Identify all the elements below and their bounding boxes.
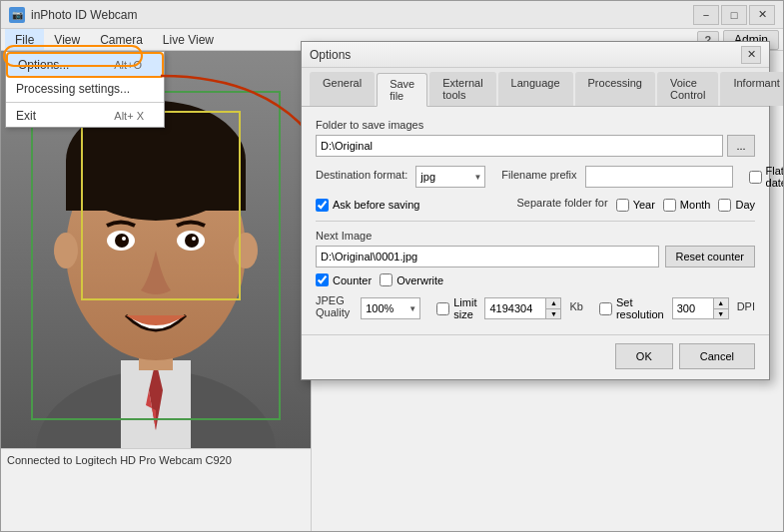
- jpeg-quality-label: JPEG Quality: [316, 294, 353, 318]
- destination-format-wrapper: jpg png bmp tiff: [415, 166, 485, 188]
- reset-counter-button[interactable]: Reset counter: [665, 246, 755, 267]
- ok-button[interactable]: OK: [615, 343, 673, 369]
- ask-before-saving-checkbox[interactable]: [316, 199, 329, 212]
- dpi-spin-down[interactable]: ▼: [714, 309, 728, 319]
- maximize-button[interactable]: □: [721, 5, 747, 25]
- tab-informant[interactable]: Informant: [720, 72, 784, 106]
- dpi-input[interactable]: [673, 298, 713, 318]
- next-image-row: Reset counter: [316, 246, 755, 267]
- day-checkbox[interactable]: [718, 199, 731, 212]
- title-buttons: − □ ✕: [693, 5, 775, 25]
- title-bar: 📷 inPhoto ID Webcam − □ ✕: [1, 1, 783, 29]
- month-checkbox[interactable]: [663, 199, 676, 212]
- menu-options[interactable]: Options... Alt+O: [6, 52, 164, 78]
- set-resolution-label[interactable]: Set resolution: [599, 296, 664, 320]
- jpeg-row: JPEG Quality 100% 90% 80% 70% Limit size: [316, 294, 755, 322]
- jpeg-quality-wrapper: 100% 90% 80% 70%: [361, 297, 420, 319]
- dpi-spinner: ▲ ▼: [713, 298, 728, 318]
- menu-view[interactable]: View: [44, 29, 90, 50]
- dialog-content: Folder to save images ... Destination fo…: [302, 107, 769, 334]
- limit-size-input[interactable]: [485, 298, 545, 318]
- dialog-title: Options: [310, 48, 351, 62]
- dialog-close-button[interactable]: ✕: [741, 46, 761, 64]
- dpi-input-wrapper: ▲ ▼: [672, 297, 729, 319]
- limit-size-label[interactable]: Limit size: [436, 296, 476, 320]
- app-icon: 📷: [9, 7, 25, 23]
- tab-save-file[interactable]: Save file: [377, 73, 427, 107]
- dialog-title-bar: Options ✕: [302, 42, 769, 68]
- separate-folder-label: Separate folder for: [517, 197, 608, 209]
- menu-live-view[interactable]: Live View: [153, 29, 224, 50]
- face-detection-box-inner: [81, 111, 241, 300]
- counter-overwrite-row: Counter Overwrite: [316, 273, 755, 286]
- flatten-date-checkbox[interactable]: [749, 171, 762, 184]
- jpeg-quality-select[interactable]: 100% 90% 80% 70%: [361, 297, 420, 319]
- browse-button[interactable]: ...: [727, 135, 755, 157]
- separator1: [316, 221, 755, 222]
- status-bar: Connected to Logitech HD Pro Webcam C920: [1, 448, 311, 470]
- title-bar-left: 📷 inPhoto ID Webcam: [9, 7, 138, 23]
- overwrite-checkbox[interactable]: [380, 273, 392, 286]
- dpi-label: DPI: [737, 300, 755, 312]
- menu-separator: [6, 102, 164, 103]
- status-text: Connected to Logitech HD Pro Webcam C920: [7, 454, 232, 466]
- day-label[interactable]: Day: [718, 199, 755, 212]
- flatten-date-label[interactable]: Flatten date: [749, 165, 784, 189]
- tab-processing[interactable]: Processing: [575, 72, 655, 106]
- format-prefix-row: Destination format: jpg png bmp tiff Fil…: [316, 165, 755, 189]
- counter-checkbox[interactable]: [316, 273, 329, 286]
- month-label[interactable]: Month: [663, 199, 711, 212]
- filename-prefix-label: Filename prefix: [501, 169, 576, 181]
- limit-size-input-wrapper: ▲ ▼: [484, 297, 561, 319]
- dialog-footer: OK Cancel: [302, 334, 769, 379]
- next-image-input[interactable]: [316, 246, 659, 267]
- set-resolution-checkbox[interactable]: [599, 302, 612, 315]
- destination-format-label: Destination format:: [316, 169, 407, 181]
- tab-voice-control[interactable]: Voice Control: [657, 72, 718, 106]
- menu-file[interactable]: File Options... Alt+O Processing setting…: [5, 29, 44, 50]
- tab-external-tools[interactable]: External tools: [429, 72, 495, 106]
- menu-exit[interactable]: Exit Alt+ X: [6, 105, 164, 127]
- file-dropdown: Options... Alt+O Processing settings... …: [5, 51, 165, 128]
- tab-language[interactable]: Language: [498, 72, 573, 106]
- year-checkbox[interactable]: [616, 199, 629, 212]
- folder-row: ...: [316, 135, 755, 157]
- kb-label: Kb: [569, 300, 582, 312]
- overwrite-label[interactable]: Overwrite: [380, 273, 443, 286]
- folder-label: Folder to save images: [316, 119, 755, 131]
- menu-camera[interactable]: Camera: [90, 29, 153, 50]
- dpi-spin-up[interactable]: ▲: [714, 298, 728, 309]
- counter-label[interactable]: Counter: [316, 273, 372, 286]
- destination-format-select[interactable]: jpg png bmp tiff: [415, 166, 485, 188]
- ask-before-saving-label[interactable]: Ask before saving: [316, 199, 419, 212]
- limit-size-checkbox[interactable]: [436, 302, 449, 315]
- folder-input[interactable]: [316, 135, 723, 157]
- app-title: inPhoto ID Webcam: [31, 8, 138, 22]
- app-window: 📷 inPhoto ID Webcam − □ ✕ File Options..…: [0, 0, 784, 532]
- minimize-button[interactable]: −: [693, 5, 719, 25]
- close-button[interactable]: ✕: [749, 5, 775, 25]
- tab-general[interactable]: General: [310, 72, 375, 106]
- next-image-label: Next Image: [316, 230, 755, 242]
- limit-size-spin-down[interactable]: ▼: [546, 309, 560, 319]
- limit-size-spinner: ▲ ▼: [545, 298, 560, 318]
- limit-size-spin-up[interactable]: ▲: [546, 298, 560, 309]
- cancel-button[interactable]: Cancel: [679, 343, 755, 369]
- menu-processing-settings[interactable]: Processing settings...: [6, 78, 164, 100]
- options-dialog: Options ✕ General Save file External too…: [301, 41, 770, 380]
- tabs-container: General Save file External tools Languag…: [302, 68, 769, 107]
- year-label[interactable]: Year: [616, 199, 655, 212]
- saving-options-row: Ask before saving Separate folder for Ye…: [316, 197, 755, 213]
- filename-prefix-input[interactable]: [585, 166, 733, 188]
